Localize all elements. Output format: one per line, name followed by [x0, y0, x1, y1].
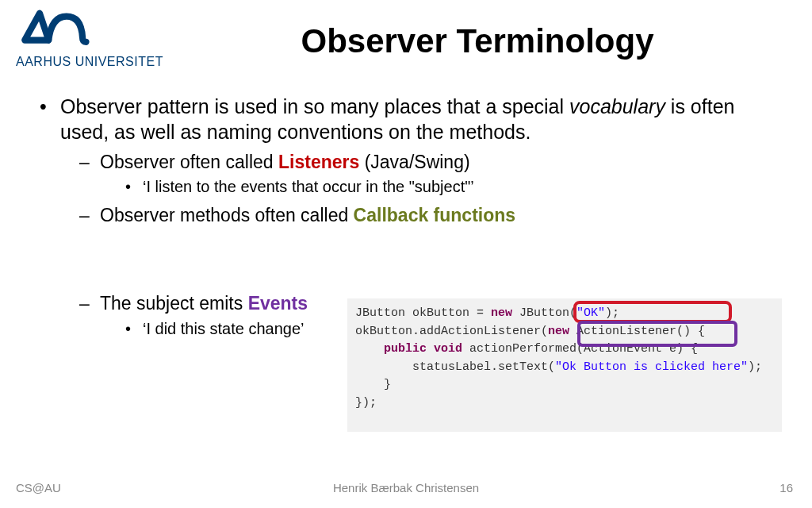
- l2a: okButton.addActionListener(: [355, 325, 548, 338]
- s1b: (Java/Swing): [359, 152, 469, 172]
- s1a: Observer often called: [100, 152, 278, 172]
- l2new: new: [548, 325, 569, 338]
- l3a: [355, 342, 384, 356]
- l1a: JButton okButton =: [355, 306, 491, 320]
- footer-page-number: 16: [779, 481, 793, 495]
- slide-footer: CS@AU Henrik Bærbak Christensen 16: [0, 481, 812, 498]
- bullet-main: Observer pattern is used in so many plac…: [36, 94, 788, 144]
- highlight-action-event: [577, 321, 737, 347]
- p1-vocab: vocabulary: [569, 95, 665, 117]
- l1b: JButton(: [512, 306, 576, 320]
- s2a: Observer methods often called: [100, 205, 354, 225]
- p1-a: Observer pattern is used in so many plac…: [60, 95, 569, 117]
- code-snippet: JButton okButton = new JButton("OK"); ok…: [347, 298, 782, 432]
- sub-callback: Observer methods often called Callback f…: [36, 204, 788, 227]
- l5: }: [355, 378, 391, 391]
- s3-events-word: Events: [248, 293, 308, 314]
- sub-listeners-quote: ‘I listen to the events that occur in th…: [36, 177, 788, 198]
- l4b: );: [748, 360, 762, 374]
- sub-listeners: Observer often called Listeners (Java/Sw…: [36, 151, 788, 174]
- l4str: "Ok Button is clicked here": [555, 360, 748, 374]
- slide-title: Observer Terminology: [0, 22, 812, 60]
- s2-callback-word: Callback functions: [354, 205, 515, 225]
- l6: });: [355, 396, 377, 410]
- l1new: new: [491, 306, 512, 320]
- footer-center: Henrik Bærbak Christensen: [0, 481, 812, 495]
- s3a: The subject emits: [100, 293, 248, 314]
- s1-listeners-word: Listeners: [278, 152, 359, 172]
- l4a: statusLabel.setText(: [355, 360, 555, 374]
- highlight-new-listener: [573, 301, 732, 323]
- l3pub: public void: [384, 342, 462, 356]
